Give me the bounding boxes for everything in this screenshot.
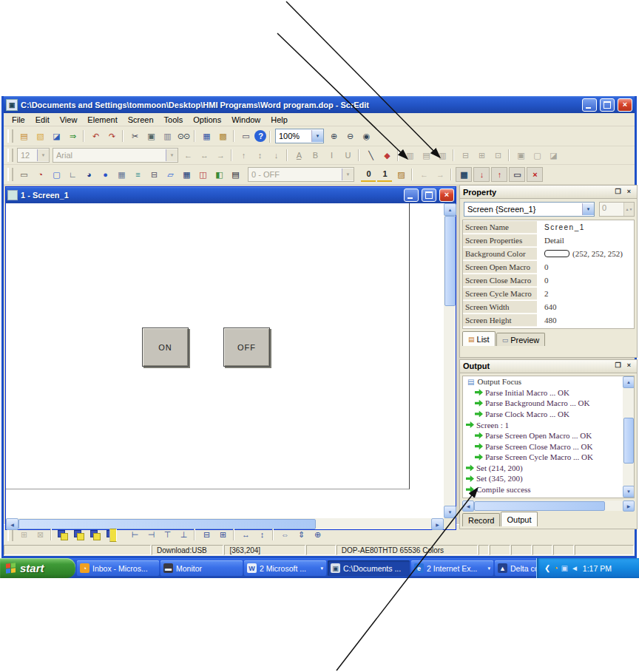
- property-row[interactable]: Screen Close Macro 0: [463, 274, 634, 287]
- output-vertical-scrollbar[interactable]: ▲ ▼: [623, 376, 634, 498]
- output-line[interactable]: Parse Screen Cycle Macro ... OK: [463, 452, 623, 463]
- element-index-spinner[interactable]: 0 ▲▼: [599, 202, 635, 217]
- List[interactable]: ▤ List: [462, 331, 496, 346]
- property-row[interactable]: Screen Height 480: [463, 313, 634, 327]
- menu-item[interactable]: Options: [188, 115, 226, 125]
- layer-forward-icon[interactable]: [88, 528, 103, 541]
- scale-element-icon[interactable]: ≡: [130, 168, 145, 181]
- align-right-icon[interactable]: ▥: [435, 149, 450, 162]
- align-top-edge-icon[interactable]: ⊤: [160, 528, 175, 541]
- compile-icon[interactable]: ▦: [456, 167, 472, 182]
- zoom-in-icon[interactable]: ⊕: [326, 129, 341, 143]
- task-button[interactable]: W 2 Microsoft ... ▾: [244, 560, 326, 576]
- tray-clock-icon[interactable]: ◔: [553, 564, 558, 572]
- align-left-icon[interactable]: ▥: [402, 149, 417, 162]
- start-button[interactable]: start: [0, 558, 75, 578]
- tray-chevron-icon[interactable]: ❮: [544, 564, 550, 572]
- layer-back-icon[interactable]: [72, 528, 87, 541]
- output-focus-row[interactable]: ▤ Output Focus: [463, 376, 623, 387]
- property-header[interactable]: Property ❒ ×: [460, 186, 637, 199]
- scroll-up-icon[interactable]: ▲: [444, 203, 456, 216]
- scroll-right-icon[interactable]: ▶: [623, 500, 635, 512]
- find-icon[interactable]: ⊙⊙: [176, 129, 191, 143]
- move-right-icon[interactable]: →: [213, 149, 228, 162]
- property-row[interactable]: Screen Width 640: [463, 300, 634, 313]
- button-element-icon[interactable]: ▭: [16, 168, 31, 181]
- Preview[interactable]: ▭ Preview: [496, 333, 546, 346]
- screen-canvas[interactable]: ON OFF: [6, 203, 444, 518]
- output-header[interactable]: Output ❒ ×: [460, 360, 637, 373]
- move-vertical-icon[interactable]: ↕: [252, 149, 267, 162]
- state-select[interactable]: 0 - OFF ▼: [248, 167, 354, 182]
- cut-icon[interactable]: ✂: [127, 129, 142, 143]
- spinner-arrows-icon[interactable]: ▲▼: [623, 203, 634, 216]
- zoom-select[interactable]: 100% ▼: [275, 129, 324, 143]
- menu-item[interactable]: Element: [82, 115, 122, 125]
- input-element-icon[interactable]: ▱: [163, 168, 178, 181]
- scroll-down-icon[interactable]: ▼: [444, 506, 456, 518]
- toolbar-grip[interactable]: [7, 168, 13, 181]
- task-button[interactable]: e 2 Internet Ex... ▾: [411, 560, 493, 576]
- bitmap-element-icon[interactable]: ▦: [114, 168, 129, 181]
- italic-icon[interactable]: I: [324, 149, 339, 162]
- move-left-icon[interactable]: ←: [180, 149, 195, 162]
- float-panel-icon[interactable]: ❒: [613, 188, 623, 197]
- zero-state-icon[interactable]: 0: [361, 167, 376, 182]
- minimize-button[interactable]: [582, 98, 597, 112]
- underline-icon[interactable]: U: [340, 149, 355, 162]
- menu-item[interactable]: View: [55, 115, 83, 125]
- align-bottom-edge-icon[interactable]: ⊥: [176, 528, 191, 541]
- space-down-icon[interactable]: ↕: [254, 528, 269, 541]
- chevron-down-icon[interactable]: ▼: [311, 130, 323, 142]
- task-button[interactable]: ▬ Monitor: [160, 560, 243, 576]
- state-editor-icon[interactable]: ▨: [393, 168, 408, 181]
- vertical-scrollbar[interactable]: ▲ ▼: [444, 203, 456, 518]
- property-row[interactable]: Screen Properties Detail: [463, 234, 634, 247]
- Record[interactable]: Record: [462, 513, 500, 526]
- output-line[interactable]: Set (214, 200): [463, 463, 623, 474]
- toolbar-grip[interactable]: [7, 129, 13, 143]
- print-icon[interactable]: ▭: [238, 129, 253, 143]
- one-state-icon[interactable]: 1: [377, 167, 392, 182]
- screen-maximize-button[interactable]: [422, 189, 436, 202]
- output-line[interactable]: Parse Screen Open Macro ... OK: [463, 430, 623, 441]
- zoom-out-icon[interactable]: ⊖: [342, 129, 357, 143]
- pie-element-icon[interactable]: ◕: [81, 168, 96, 181]
- menu-item[interactable]: Help: [266, 115, 293, 125]
- scroll-right-icon[interactable]: ▶: [431, 518, 444, 530]
- same-size-icon[interactable]: ⊕: [310, 528, 325, 541]
- move-down-icon[interactable]: ↓: [268, 149, 283, 162]
- pipe-element-icon[interactable]: ∟: [65, 168, 80, 181]
- task-button[interactable]: ▲ Delta controller...: [495, 560, 536, 576]
- paste-icon[interactable]: ▥: [160, 129, 175, 143]
- history-element-icon[interactable]: ◧: [212, 168, 226, 181]
- bold-icon[interactable]: B: [308, 149, 322, 162]
- scrollbar-thumb[interactable]: [623, 418, 634, 464]
- space-across-icon[interactable]: ↔: [238, 528, 253, 541]
- make-same-height-icon[interactable]: ⊞: [474, 149, 489, 162]
- property-row[interactable]: Screen Open Macro 0: [463, 260, 634, 274]
- meter-element-icon[interactable]: ◔: [33, 168, 47, 181]
- font-name-select[interactable]: Arial ▼: [53, 148, 178, 163]
- scrollbar-thumb[interactable]: [474, 501, 605, 511]
- download-ap-icon[interactable]: ↓: [473, 167, 490, 182]
- save-icon[interactable]: ◪: [49, 129, 64, 143]
- palette-icon[interactable]: ◆: [379, 149, 394, 162]
- resize-grip[interactable]: [444, 518, 456, 529]
- shadow-icon[interactable]: ◪: [546, 149, 561, 162]
- ungroup-icon[interactable]: ⊠: [33, 528, 47, 541]
- menu-item[interactable]: Tools: [159, 115, 189, 125]
- about-icon[interactable]: ?: [254, 130, 266, 142]
- next-state-icon[interactable]: →: [433, 168, 447, 181]
- output-line[interactable]: Parse Initial Macro ... OK: [463, 387, 623, 398]
- menu-item[interactable]: Screen: [123, 115, 159, 125]
- prev-state-icon[interactable]: ←: [416, 168, 431, 181]
- center-vertical-icon[interactable]: ⊞: [215, 528, 230, 541]
- output-line[interactable]: Compile success: [463, 484, 623, 495]
- tray-volume-icon[interactable]: ◄: [571, 564, 578, 572]
- keyboard-element-icon[interactable]: ▤: [228, 168, 243, 181]
- element-select[interactable]: Screen {Screen_1} ▼: [464, 202, 595, 217]
- scroll-down-icon[interactable]: ▼: [623, 486, 635, 498]
- menu-item[interactable]: Window: [226, 115, 266, 125]
- center-horizontal-icon[interactable]: ⊟: [199, 528, 214, 541]
